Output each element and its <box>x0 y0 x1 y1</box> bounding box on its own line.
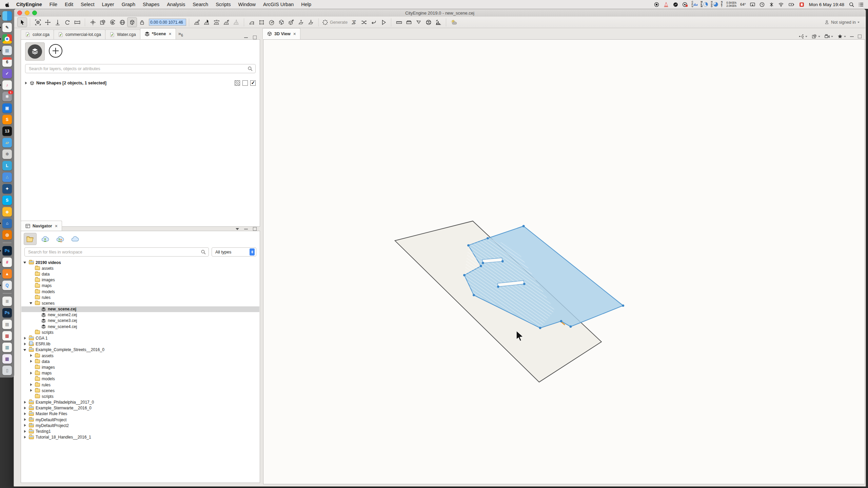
camera-status-icon[interactable] <box>682 2 688 7</box>
dock-photos-icon[interactable]: ▤ <box>2 46 12 55</box>
time-machine-icon[interactable] <box>759 2 765 7</box>
expander-icon[interactable] <box>23 424 27 427</box>
parcel-vertex-handle[interactable] <box>523 283 526 285</box>
navigator-tree-item[interactable]: Testing1 <box>21 428 259 434</box>
navigator-tree-item[interactable]: maps <box>21 370 259 376</box>
menu-edit[interactable]: Edit <box>61 2 77 7</box>
navigator-search-input[interactable] <box>24 247 209 257</box>
menu-analysis[interactable]: Analysis <box>163 2 189 7</box>
close-window-button[interactable] <box>17 11 22 15</box>
minimize-window-button[interactable] <box>25 11 29 15</box>
offset-shape-up-button[interactable] <box>296 17 306 27</box>
navigator-tree-item[interactable]: ESRI.lib <box>21 341 259 347</box>
monitor-net[interactable]: NET <box>721 1 723 8</box>
draw-street-button[interactable] <box>192 17 202 27</box>
dock-skype-icon[interactable]: S <box>2 196 12 205</box>
cleanup-streets-button[interactable] <box>221 17 231 27</box>
shared-groups-button[interactable] <box>54 233 66 245</box>
navigator-tree-item[interactable]: scenes <box>21 300 259 306</box>
menu-help[interactable]: Help <box>297 2 315 7</box>
scenario-compare-button[interactable] <box>798 34 807 39</box>
camera-coordinates-input[interactable] <box>149 19 186 26</box>
expander-icon[interactable] <box>29 301 33 305</box>
layer-enabled-checkbox[interactable] <box>250 80 256 86</box>
frame-camera-button[interactable] <box>98 17 107 27</box>
view-cone-button[interactable] <box>414 17 423 27</box>
tab--scene[interactable]: *Scene× <box>140 28 176 39</box>
parcel-vertex-handle[interactable] <box>473 294 475 296</box>
expander-icon[interactable] <box>23 430 27 433</box>
offset-shape-down-button[interactable] <box>306 17 316 27</box>
expander-icon[interactable] <box>23 348 27 352</box>
run-animation-button[interactable] <box>378 17 388 27</box>
expander-icon[interactable] <box>29 360 33 363</box>
move-object-button[interactable] <box>43 17 53 27</box>
draw-polygon-button[interactable] <box>247 17 257 27</box>
parcel-vertex-handle[interactable] <box>570 325 572 328</box>
wifi-icon[interactable] <box>778 2 784 7</box>
navigator-tree-item[interactable]: Example_Complete_Streets__2016_0 <box>21 347 259 353</box>
expander-icon[interactable] <box>29 383 33 387</box>
navigator-tree-item[interactable]: 20190 videos <box>21 260 259 265</box>
dock-sublime-text-icon[interactable]: S <box>2 115 12 124</box>
navigator-tree-item[interactable]: CGA 1 <box>21 335 259 341</box>
expander-icon[interactable] <box>23 261 27 264</box>
dock-spreadsheet-file-icon[interactable]: ▤ <box>2 320 12 329</box>
dock-trash-icon[interactable]: ▯ <box>2 366 12 375</box>
tab-overflow-chevron[interactable]: »6 <box>176 30 186 37</box>
navigator-tree-item[interactable]: images <box>21 364 259 370</box>
menu-select[interactable]: Select <box>77 2 98 7</box>
dock-music-icon[interactable]: ♪ <box>2 80 12 90</box>
parcel-vertex-handle[interactable] <box>497 285 499 288</box>
menu-arcgis-urban[interactable]: ArcGIS Urban <box>259 2 297 7</box>
parallels-status-icon[interactable] <box>799 2 805 7</box>
parcel-vertex-handle[interactable] <box>560 320 563 322</box>
view3d-maximize-button[interactable] <box>858 35 862 38</box>
navigator-tree-item[interactable]: scripts <box>21 393 259 399</box>
screen-record-icon[interactable] <box>654 2 659 7</box>
rotate-object-button[interactable] <box>62 17 72 27</box>
window-titlebar[interactable]: CityEngine 2019.0 - new_scene.cej <box>14 9 866 17</box>
scene-layers-button[interactable] <box>25 42 45 61</box>
navigator-tree-item[interactable]: new_scene.cej <box>21 306 259 312</box>
navigator-tree-item[interactable]: data <box>21 359 259 364</box>
cleanup-shapes-button[interactable] <box>286 17 296 27</box>
dock-gear-utility-icon[interactable]: ✲ <box>2 149 12 159</box>
dock-coda-icon[interactable]: ▣ <box>2 103 12 113</box>
my-organization-button[interactable] <box>39 233 52 245</box>
select-street-button[interactable] <box>202 17 212 27</box>
navigator-tree-item[interactable]: models <box>21 289 259 294</box>
public-cloud-button[interactable] <box>68 233 81 245</box>
editor-minimize-button[interactable] <box>244 37 248 38</box>
signin-button[interactable]: Not signed in <box>824 20 862 25</box>
close-3d-view-icon[interactable]: × <box>293 31 296 37</box>
close-tab-icon[interactable]: × <box>169 31 171 37</box>
menu-window[interactable]: Window <box>234 2 259 7</box>
navigator-tree-item[interactable]: new_scene4.cej <box>21 324 259 329</box>
signal-status-icon[interactable] <box>673 2 678 7</box>
tab-commercial-lot-cga[interactable]: commercial-lot.cga <box>54 29 105 39</box>
add-layer-button[interactable] <box>49 44 62 58</box>
navigator-tree-item[interactable]: myDefaultProject <box>21 417 259 423</box>
parcel-vertex-handle[interactable] <box>467 244 470 247</box>
dock-notebook-file-icon[interactable]: ≣ <box>2 297 12 306</box>
dock-paint-file-icon[interactable]: ▧ <box>2 331 12 341</box>
expander-icon[interactable] <box>23 418 27 422</box>
menu-graph[interactable]: Graph <box>118 2 139 7</box>
dock-files-folder-icon[interactable]: ▱ <box>2 138 12 147</box>
fan-control-icon[interactable] <box>769 2 774 7</box>
tab-color-cga[interactable]: color.cga <box>21 29 54 39</box>
expander-icon[interactable] <box>23 412 27 416</box>
parcel-vertex-handle[interactable] <box>539 327 541 329</box>
dock-photoshop-icon[interactable]: Ps <box>2 246 12 256</box>
parcel-vertex-handle[interactable] <box>622 304 624 307</box>
battery-icon[interactable] <box>788 2 795 7</box>
navigator-minimize-button[interactable] <box>244 229 248 229</box>
parcel-vertex-handle[interactable] <box>501 260 504 263</box>
select-pointer-button[interactable] <box>17 17 27 27</box>
navigator-tree-item[interactable]: scenes <box>21 388 259 393</box>
bookmarks-button[interactable] <box>837 34 846 39</box>
workspace-files-button[interactable] <box>24 233 37 245</box>
dock-sourcetree-icon[interactable]: ✦ <box>2 184 12 194</box>
time-slider-button[interactable] <box>423 17 433 27</box>
